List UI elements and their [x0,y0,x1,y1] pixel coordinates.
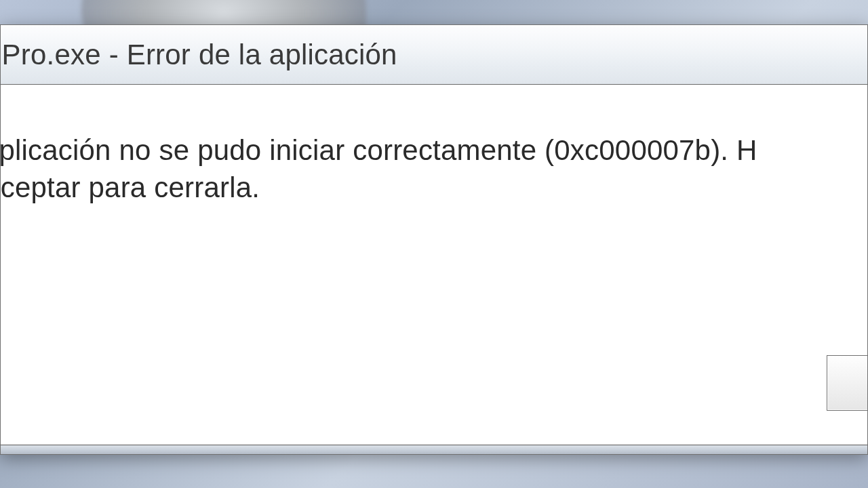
dialog-titlebar[interactable]: re Pro.exe - Error de la aplicación [1,25,867,85]
ok-button[interactable] [827,355,867,411]
error-message-line1: aplicación no se pudo iniciar correctame… [1,134,757,166]
error-message: aplicación no se pudo iniciar correctame… [1,132,867,206]
dialog-button-row [827,354,867,412]
error-message-line2: Aceptar para cerrarla. [1,171,260,203]
error-dialog: re Pro.exe - Error de la aplicación apli… [0,24,868,455]
dialog-title: re Pro.exe - Error de la aplicación [1,39,397,71]
dialog-content: aplicación no se pudo iniciar correctame… [1,85,867,445]
dialog-bottom-border [1,445,867,454]
